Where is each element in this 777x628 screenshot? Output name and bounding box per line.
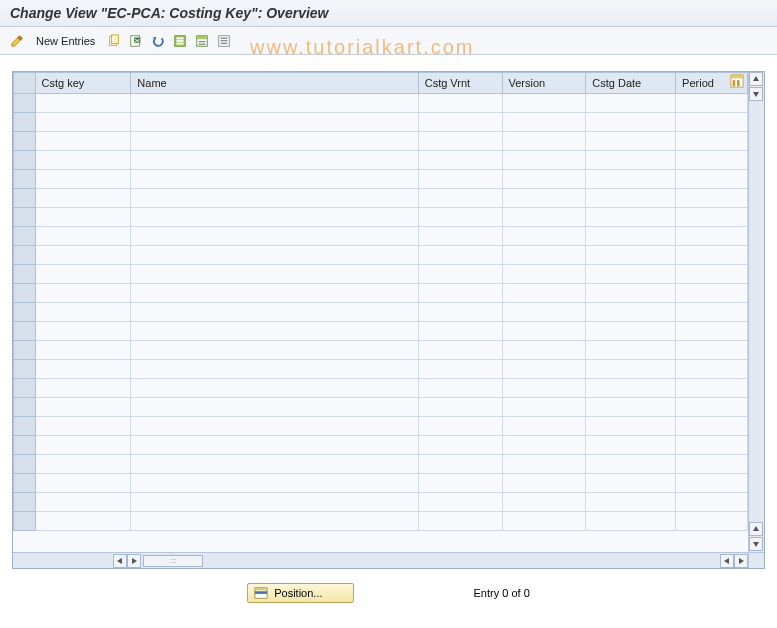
cell-cstg_key[interactable] (35, 474, 131, 493)
table-row[interactable] (14, 170, 748, 189)
cell-period[interactable] (676, 493, 748, 512)
cell-cstg_vrnt[interactable] (418, 246, 502, 265)
scroll-thumb[interactable]: ::: (143, 555, 203, 567)
scroll-left-end-icon[interactable] (720, 554, 734, 568)
cell-cstg_key[interactable] (35, 151, 131, 170)
cell-cstg_key[interactable] (35, 94, 131, 113)
pencil-icon[interactable] (8, 32, 26, 50)
row-selector[interactable] (14, 512, 36, 531)
cell-version[interactable] (502, 170, 586, 189)
row-selector[interactable] (14, 360, 36, 379)
cell-version[interactable] (502, 151, 586, 170)
cell-cstg_key[interactable] (35, 303, 131, 322)
cell-cstg_vrnt[interactable] (418, 379, 502, 398)
column-header-cstgkey[interactable]: Cstg key (35, 73, 131, 94)
table-row[interactable] (14, 94, 748, 113)
table-row[interactable] (14, 360, 748, 379)
table-row[interactable] (14, 284, 748, 303)
row-selector[interactable] (14, 455, 36, 474)
cell-period[interactable] (676, 474, 748, 493)
cell-name[interactable] (131, 189, 418, 208)
cell-cstg_date[interactable] (586, 265, 676, 284)
cell-version[interactable] (502, 455, 586, 474)
row-selector[interactable] (14, 474, 36, 493)
cell-cstg_vrnt[interactable] (418, 151, 502, 170)
cell-cstg_date[interactable] (586, 512, 676, 531)
scroll-right-icon[interactable] (127, 554, 141, 568)
cell-cstg_key[interactable] (35, 170, 131, 189)
table-row[interactable] (14, 455, 748, 474)
cell-period[interactable] (676, 436, 748, 455)
cell-period[interactable] (676, 113, 748, 132)
cell-version[interactable] (502, 189, 586, 208)
row-selector[interactable] (14, 436, 36, 455)
cell-name[interactable] (131, 474, 418, 493)
column-header-cstgdate[interactable]: Cstg Date (586, 73, 676, 94)
cell-name[interactable] (131, 322, 418, 341)
cell-period[interactable] (676, 151, 748, 170)
table-row[interactable] (14, 227, 748, 246)
cell-period[interactable] (676, 170, 748, 189)
cell-period[interactable] (676, 303, 748, 322)
cell-cstg_vrnt[interactable] (418, 170, 502, 189)
cell-cstg_date[interactable] (586, 132, 676, 151)
cell-cstg_vrnt[interactable] (418, 322, 502, 341)
column-header-cstgvrnt[interactable]: Cstg Vrnt (418, 73, 502, 94)
select-all-icon[interactable] (171, 32, 189, 50)
scroll-right-end-icon[interactable] (734, 554, 748, 568)
scroll-up-icon[interactable] (749, 72, 763, 86)
cell-cstg_vrnt[interactable] (418, 474, 502, 493)
cell-cstg_vrnt[interactable] (418, 341, 502, 360)
cell-version[interactable] (502, 341, 586, 360)
table-row[interactable] (14, 436, 748, 455)
cell-version[interactable] (502, 322, 586, 341)
delete-icon[interactable] (127, 32, 145, 50)
cell-cstg_date[interactable] (586, 341, 676, 360)
cell-name[interactable] (131, 170, 418, 189)
cell-cstg_vrnt[interactable] (418, 189, 502, 208)
cell-period[interactable] (676, 94, 748, 113)
table-row[interactable] (14, 151, 748, 170)
cell-cstg_key[interactable] (35, 360, 131, 379)
cell-cstg_key[interactable] (35, 265, 131, 284)
cell-cstg_date[interactable] (586, 436, 676, 455)
cell-name[interactable] (131, 227, 418, 246)
cell-period[interactable] (676, 208, 748, 227)
row-selector[interactable] (14, 341, 36, 360)
cell-period[interactable] (676, 322, 748, 341)
cell-period[interactable] (676, 379, 748, 398)
cell-period[interactable] (676, 227, 748, 246)
cell-version[interactable] (502, 303, 586, 322)
cell-cstg_date[interactable] (586, 493, 676, 512)
scroll-down-icon[interactable] (749, 87, 763, 101)
cell-version[interactable] (502, 436, 586, 455)
cell-name[interactable] (131, 132, 418, 151)
undo-icon[interactable] (149, 32, 167, 50)
cell-period[interactable] (676, 398, 748, 417)
cell-cstg_key[interactable] (35, 398, 131, 417)
scroll-down-bottom-icon[interactable] (749, 537, 763, 551)
cell-cstg_date[interactable] (586, 94, 676, 113)
cell-name[interactable] (131, 455, 418, 474)
position-button[interactable]: Position... (247, 583, 353, 603)
cell-cstg_vrnt[interactable] (418, 398, 502, 417)
cell-cstg_key[interactable] (35, 208, 131, 227)
cell-cstg_key[interactable] (35, 189, 131, 208)
cell-cstg_key[interactable] (35, 227, 131, 246)
cell-version[interactable] (502, 512, 586, 531)
table-row[interactable] (14, 512, 748, 531)
cell-name[interactable] (131, 512, 418, 531)
cell-cstg_vrnt[interactable] (418, 113, 502, 132)
table-row[interactable] (14, 322, 748, 341)
cell-cstg_key[interactable] (35, 436, 131, 455)
deselect-icon[interactable] (215, 32, 233, 50)
cell-version[interactable] (502, 360, 586, 379)
row-selector-header[interactable] (14, 73, 36, 94)
cell-version[interactable] (502, 379, 586, 398)
cell-name[interactable] (131, 341, 418, 360)
table-row[interactable] (14, 246, 748, 265)
row-selector[interactable] (14, 265, 36, 284)
cell-name[interactable] (131, 113, 418, 132)
table-row[interactable] (14, 189, 748, 208)
column-header-version[interactable]: Version (502, 73, 586, 94)
